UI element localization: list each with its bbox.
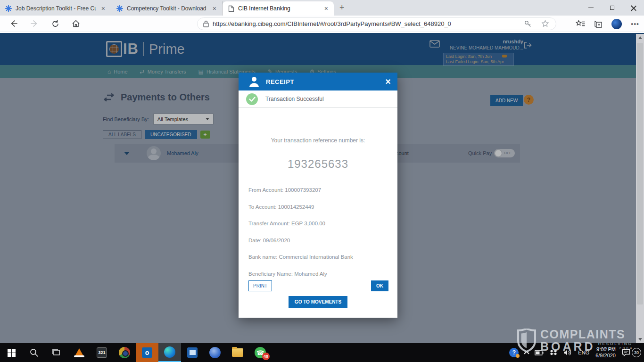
chrome-taskbar-icon[interactable] [113,343,136,362]
system-tray: ? ENG 9:00 PM 6/9/2020 30 [509,343,641,362]
time-text: 9:00 PM [595,346,616,353]
tab-title: Job Description Toolkit - Free Cu [16,5,96,12]
tab-job-description-toolkit[interactable]: Job Description Toolkit - Free Cu × [0,1,111,16]
lock-icon [203,20,209,27]
status-text: Transaction Successful [265,96,324,102]
tab-close-icon[interactable]: × [99,5,107,12]
blue-app-icon [209,347,221,358]
vlc-cone-icon [74,348,84,357]
forward-button[interactable] [27,16,41,31]
mpc-321-icon: 321 [97,347,107,358]
vlc-taskbar-icon[interactable] [68,343,91,362]
favorites-bar-icon[interactable] [576,20,585,28]
restore-button[interactable] [602,0,623,16]
profile-avatar[interactable] [611,19,622,29]
success-check-icon [246,93,258,105]
language-indicator[interactable]: ENG [578,350,589,355]
edge-taskbar-icon[interactable] [158,343,181,362]
tray-help-icon[interactable]: ? [509,348,519,357]
tab-title: Competency Toolkit - Download [127,5,207,12]
dropbox-icon[interactable] [550,349,557,356]
reference-label: Your transaction reference number is: [239,137,397,144]
browser-toolbar: https://ebanking.cibeg.com/CIBInternet/#… [0,16,644,32]
taskbar-search-button[interactable] [23,343,45,362]
close-icon [631,5,636,11]
whatsapp-taskbar-icon[interactable]: ☎ 40 [249,343,272,362]
movies-tv-icon [187,347,198,358]
receipt-detail-to-account: To Account: 100014252449 [248,204,314,210]
date-text: 6/9/2020 [595,353,616,359]
reference-number: 193265633 [239,157,397,171]
task-view-button[interactable] [45,343,68,362]
modal-title: RECEIPT [266,78,385,85]
tab-close-icon[interactable]: × [211,5,218,12]
refresh-button[interactable] [48,16,62,31]
ok-button[interactable]: OK [371,280,388,291]
folder-icon [232,348,243,357]
add-favorite-star-icon[interactable] [541,20,549,28]
chrome-icon [119,347,130,358]
start-button[interactable] [0,343,23,362]
outlook-icon: o [142,347,152,358]
minimize-icon [588,8,594,8]
edge-icon [164,346,175,358]
battery-icon[interactable] [535,350,544,355]
settings-menu-icon[interactable]: ••• [631,20,639,28]
receipt-modal: RECEIPT × Transaction Successful Your tr… [239,73,397,318]
back-button[interactable] [7,16,21,31]
print-button[interactable]: PRINT [248,280,272,291]
windows-logo-icon [8,349,16,357]
minimize-button[interactable] [580,0,602,16]
modal-header: RECEIPT × [239,73,397,90]
address-bar[interactable]: https://ebanking.cibeg.com/CIBInternet/#… [197,17,556,30]
file-explorer-taskbar-icon[interactable] [226,343,249,362]
receipt-detail-amount: Transfer Amount: EGP 3,000.00 [248,221,325,226]
scroll-up-icon[interactable] [638,36,642,39]
blue-app-taskbar-icon[interactable] [204,343,226,362]
scrollbar-thumb[interactable] [637,43,643,304]
tab-title: CIB Internet Banking [238,5,319,12]
page-scrollbar[interactable] [636,34,644,343]
notification-count-badge: 30 [632,348,641,357]
go-to-movements-button[interactable]: GO TO MOVEMENTS [289,296,347,308]
receipt-detail-beneficiary-name: Beneficiary Name: Mohamed Aly [248,271,327,277]
restore-icon [610,6,614,10]
web-page: IB Prime nrushdy NEVINE MOHAMED MAHMOUD.… [0,32,644,343]
window-controls [580,0,644,16]
scroll-down-icon[interactable] [638,338,642,341]
outlook-taskbar-icon[interactable]: o [136,343,158,362]
notification-center[interactable]: 30 [622,348,641,357]
page-favicon-icon [227,5,235,12]
person-icon [249,76,259,87]
asterisk-favicon-icon [116,5,124,12]
status-row: Transaction Successful [239,90,397,108]
tab-close-icon[interactable]: × [322,5,330,12]
tray-chevron-up-icon[interactable] [524,351,529,356]
volume-icon[interactable] [563,349,572,356]
password-key-icon[interactable] [524,20,532,28]
media-player-taskbar-icon[interactable]: 321 [91,343,113,362]
tab-competency-toolkit[interactable]: Competency Toolkit - Download × [111,1,223,16]
close-window-button[interactable] [623,0,644,16]
movies-tv-taskbar-icon[interactable] [181,343,204,362]
asterisk-favicon-icon [5,5,12,12]
modal-close-icon[interactable]: × [385,77,391,86]
receipt-detail-bank-name: Bank name: Commercial International Bank [248,254,353,260]
new-tab-button[interactable]: + [334,3,350,16]
toolbar-right-icons: ••• [576,16,639,32]
tab-cib-internet-banking[interactable]: CIB Internet Banking × [223,1,334,16]
url-text[interactable]: https://ebanking.cibeg.com/CIBInternet/#… [213,20,524,27]
browser-tab-bar: Job Description Toolkit - Free Cu × Comp… [0,0,644,16]
collections-icon[interactable] [594,20,603,28]
taskbar: 321 o ☎ 40 ? ENG 9:00 PM 6/9/202 [0,343,644,362]
receipt-detail-date: Date: 09/06/2020 [248,238,290,243]
screen: Job Description Toolkit - Free Cu × Comp… [0,0,644,362]
whatsapp-badge: 40 [262,353,270,360]
clock[interactable]: 9:00 PM 6/9/2020 [595,346,616,359]
home-button[interactable] [69,16,83,31]
receipt-detail-from-account: From Account: 100007393207 [248,187,321,193]
